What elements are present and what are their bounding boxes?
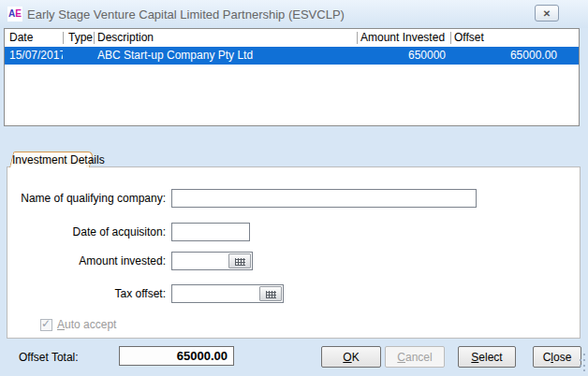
cell-date: 15/07/2017 (5, 47, 63, 65)
cancel-button: Cancel (385, 346, 445, 368)
ae-icon-letter-e: E (15, 8, 22, 19)
column-header-date: Date (5, 29, 63, 47)
window-close-button[interactable]: ✕ (535, 5, 559, 22)
select-button[interactable]: Select (458, 346, 516, 368)
column-header-type: Type (63, 29, 94, 47)
date-of-acquisition-input[interactable] (171, 223, 250, 241)
ae-app-icon: AE (7, 7, 22, 22)
close-icon: ✕ (543, 8, 551, 19)
label-tax-offset: Tax offset: (19, 287, 166, 300)
cell-description: ABC Start-up Company Pty Ltd (94, 47, 357, 65)
close-button[interactable]: Close (533, 346, 581, 368)
window-title: Early Stage Venture Capital Limited Part… (27, 7, 345, 22)
cell-amount-invested: 650000 (357, 47, 450, 65)
table-header-row: Date Type Description Amount Invested Of… (5, 29, 579, 47)
label-amount-invested: Amount invested: (19, 254, 166, 268)
calculator-keypad-icon (235, 258, 245, 266)
resize-grip[interactable] (579, 354, 586, 372)
calculator-keypad-icon (266, 291, 276, 298)
esvclp-dialog: AE Early Stage Venture Capital Limited P… (0, 0, 588, 376)
name-of-qualifying-company-input[interactable] (171, 189, 477, 208)
tax-offset-calculator-button[interactable] (259, 286, 282, 301)
column-header-filler (563, 29, 579, 47)
table-row-selected[interactable]: 15/07/2017 ABC Start-up Company Pty Ltd … (5, 47, 579, 65)
auto-accept-label: Auto accept (57, 318, 116, 331)
cell-offset: 65000.00 (450, 47, 563, 65)
titlebar: AE Early Stage Venture Capital Limited P… (0, 0, 588, 28)
cell-type (63, 47, 94, 65)
checkmark-icon: ✓ (41, 317, 51, 330)
amount-invested-calculator-button[interactable] (228, 253, 251, 268)
label-name-of-qualifying-company: Name of qualifying company: (19, 192, 166, 205)
investments-table: Date Type Description Amount Invested Of… (4, 28, 580, 126)
ok-button[interactable]: OK (321, 346, 381, 368)
label-date-of-acquisition: Date of acquisiton: (19, 225, 166, 239)
auto-accept-checkbox: ✓ (40, 319, 52, 331)
offset-total-label: Offset Total: (19, 351, 79, 364)
column-header-offset: Offset (450, 29, 563, 47)
offset-total-value: 65000.00 (119, 346, 234, 366)
column-header-description: Description (94, 29, 357, 47)
column-header-amount-invested: Amount Invested (357, 29, 450, 47)
